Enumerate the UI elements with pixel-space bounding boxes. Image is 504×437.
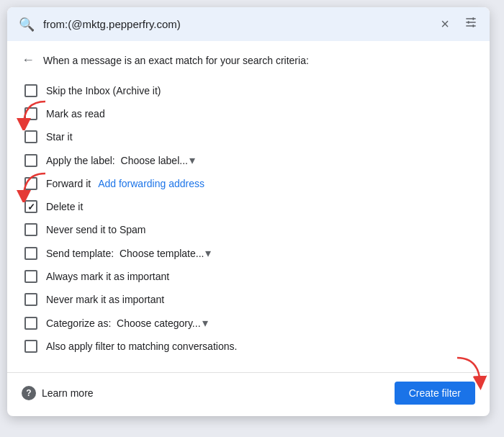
- template-dropdown-text: Choose template...: [120, 248, 204, 259]
- option-star-it: Star it: [22, 125, 475, 148]
- option-send-template: Send template: Choose template... ▾: [22, 241, 475, 265]
- label-forward-it: Forward it Add forwarding address: [46, 178, 204, 189]
- template-dropdown-arrow: ▾: [205, 246, 211, 260]
- clear-search-button[interactable]: ×: [435, 14, 455, 34]
- label-mark-as-read: Mark as read: [46, 108, 105, 120]
- option-delete-it: Delete it: [22, 195, 475, 218]
- option-always-important: Always mark it as important: [22, 265, 475, 288]
- label-always-important: Always mark it as important: [46, 271, 169, 282]
- back-row: ← When a message is an exact match for y…: [22, 53, 475, 68]
- option-categorize: Categorize as: Choose category... ▾: [22, 311, 475, 335]
- option-never-spam: Never send it to Spam: [22, 218, 475, 241]
- checkbox-forward-it[interactable]: [24, 177, 37, 190]
- search-options-button[interactable]: [464, 15, 478, 33]
- back-button[interactable]: ←: [22, 53, 35, 68]
- option-never-important: Never mark it as important: [22, 288, 475, 311]
- option-mark-as-read: Mark as read: [22, 102, 475, 125]
- checkbox-star-it[interactable]: [24, 130, 37, 143]
- option-forward-it: Forward it Add forwarding address: [22, 172, 475, 195]
- label-also-apply: Also apply filter to matching conversati…: [46, 341, 237, 352]
- search-icon: 🔍: [19, 17, 35, 32]
- help-icon-text: ?: [26, 388, 31, 398]
- filter-dialog: 🔍 from:(@mktg.pepperfry.com) × ← When a …: [7, 7, 490, 416]
- checkbox-send-template[interactable]: [24, 247, 37, 260]
- checkbox-never-important[interactable]: [24, 293, 37, 306]
- category-dropdown[interactable]: Choose category... ▾: [117, 316, 207, 330]
- option-skip-inbox: Skip the Inbox (Archive it): [22, 79, 475, 102]
- label-dropdown-arrow: ▾: [189, 153, 195, 167]
- checkbox-delete-it[interactable]: [24, 200, 37, 213]
- label-categorize: Categorize as: Choose category... ▾: [46, 316, 208, 330]
- criteria-text: When a message is an exact match for you…: [43, 55, 309, 66]
- category-dropdown-text: Choose category...: [117, 317, 200, 329]
- label-star-it: Star it: [46, 131, 73, 143]
- help-icon: ?: [22, 386, 36, 400]
- learn-more-section[interactable]: ? Learn more: [22, 386, 94, 400]
- checkbox-always-important[interactable]: [24, 270, 37, 283]
- checkbox-skip-inbox[interactable]: [24, 84, 37, 97]
- create-filter-button[interactable]: Create filter: [395, 382, 475, 405]
- options-list: Skip the Inbox (Archive it) Mark as read…: [22, 79, 475, 358]
- content-area: ← When a message is an exact match for y…: [7, 41, 490, 369]
- checkbox-also-apply[interactable]: [24, 340, 37, 353]
- learn-more-label: Learn more: [42, 387, 94, 399]
- add-forwarding-link[interactable]: Add forwarding address: [98, 178, 204, 189]
- label-skip-inbox: Skip the Inbox (Archive it): [46, 85, 161, 96]
- label-never-important: Never mark it as important: [46, 294, 164, 305]
- label-send-template: Send template: Choose template... ▾: [46, 246, 211, 260]
- search-query: from:(@mktg.pepperfry.com): [43, 18, 426, 30]
- category-dropdown-arrow: ▾: [202, 316, 208, 330]
- label-never-spam: Never send it to Spam: [46, 224, 146, 235]
- option-also-apply: Also apply filter to matching conversati…: [22, 335, 475, 358]
- label-dropdown-text: Choose label...: [121, 155, 188, 166]
- option-apply-label: Apply the label: Choose label... ▾: [22, 148, 475, 172]
- checkbox-mark-as-read[interactable]: [24, 107, 37, 120]
- label-dropdown[interactable]: Choose label... ▾: [121, 153, 195, 167]
- template-dropdown[interactable]: Choose template... ▾: [120, 246, 212, 260]
- label-apply-label: Apply the label: Choose label... ▾: [46, 153, 195, 167]
- checkbox-apply-label[interactable]: [24, 154, 37, 167]
- checkbox-categorize[interactable]: [24, 317, 37, 330]
- footer: ? Learn more Create filter: [7, 372, 490, 416]
- checkbox-never-spam[interactable]: [24, 223, 37, 236]
- label-delete-it: Delete it: [46, 201, 83, 212]
- search-bar: 🔍 from:(@mktg.pepperfry.com) ×: [7, 7, 490, 41]
